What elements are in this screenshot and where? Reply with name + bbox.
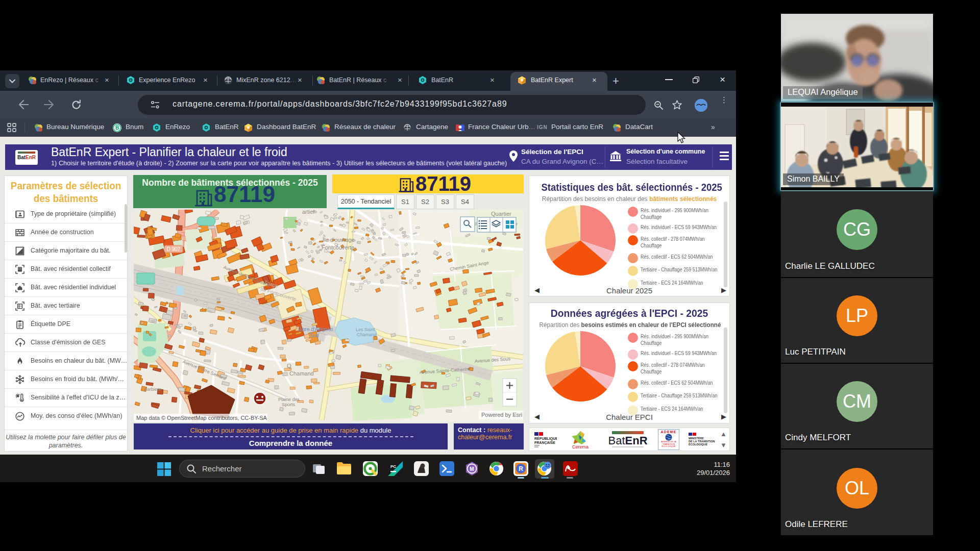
svg-text:Q: Q (287, 363, 291, 369)
svg-text:PC: PC (390, 464, 396, 469)
svg-text:R: R (519, 465, 523, 472)
svg-text:Plaine des: Plaine des (278, 397, 300, 402)
svg-text:FRANÇAISE: FRANÇAISE (534, 441, 555, 445)
svg-text:Chamand: Chamand (357, 332, 377, 337)
svg-text:Cerema: Cerema (572, 444, 589, 449)
svg-text:Gare d’Avignon: Gare d’Avignon (298, 327, 333, 332)
svg-text:D 907: D 907 (167, 246, 181, 252)
svg-text:RÉPUBLIQUE: RÉPUBLIQUE (534, 436, 557, 441)
svg-text:MINISTÈRE: MINISTÈRE (689, 436, 704, 440)
svg-text:ÉCOLOGIQUE: ÉCOLOGIQUE (689, 442, 708, 446)
svg-text:Fontcouverte: Fontcouverte (322, 244, 354, 251)
svg-text:Map data © OpenStreetMap contr: Map data © OpenStreetMap contributors, C… (136, 415, 267, 421)
svg-text:BatEnR: BatEnR (608, 434, 647, 447)
svg-text:B: B (115, 125, 119, 131)
svg-text:Les Saint: Les Saint (356, 327, 375, 332)
svg-text:Sud: Sud (310, 333, 319, 338)
svg-text:Powered by Esri: Powered by Esri (481, 412, 522, 418)
svg-text:Sports: Sports (282, 402, 296, 407)
svg-text:artier: artier (302, 210, 315, 215)
svg-text:M: M (470, 466, 474, 472)
svg-text:Île d’ouvrage: Île d’ouvrage (322, 237, 355, 243)
svg-text:Barbiere: Barbiere (144, 387, 161, 392)
svg-text:Chamand: Chamand (289, 370, 314, 377)
svg-text:Quartier: Quartier (491, 211, 511, 217)
